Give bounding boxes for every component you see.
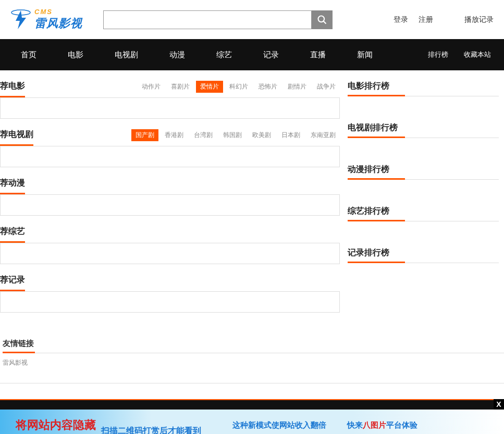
- section-tv-title: 荐电视剧: [0, 129, 33, 146]
- rank-anime: 动漫排行榜: [348, 164, 499, 180]
- tab-jp[interactable]: 日本剧: [277, 129, 304, 141]
- tab-cn[interactable]: 国产剧: [131, 129, 158, 141]
- banner-t4c: 平台体验: [386, 420, 417, 429]
- tv-tabs: 国产剧 香港剧 台湾剧 韩国剧 欧美剧 日本剧 东南亚剧: [131, 129, 340, 141]
- spacer: [0, 383, 504, 399]
- rank-movie: 电影排行榜: [348, 81, 499, 96]
- section-movie-title: 荐电影: [0, 81, 25, 97]
- rank-record: 记录排行榜: [348, 247, 499, 263]
- rank-variety: 综艺排行榜: [348, 206, 499, 221]
- tab-scifi[interactable]: 科幻片: [225, 81, 252, 93]
- main-nav: 首页 电影 电视剧 动漫 综艺 记录 直播 新闻 排行榜 收藏本站: [0, 39, 504, 70]
- tab-kr[interactable]: 韩国剧: [219, 129, 246, 141]
- nav-news[interactable]: 新闻: [341, 50, 388, 60]
- movie-tabs: 动作片 喜剧片 爱情片 科幻片 恐怖片 剧情片 战争片: [138, 81, 340, 93]
- tab-comedy[interactable]: 喜剧片: [167, 81, 194, 93]
- tab-sea[interactable]: 东南亚剧: [306, 129, 340, 141]
- section-tv: 荐电视剧 国产剧 香港剧 台湾剧 韩国剧 欧美剧 日本剧 东南亚剧: [0, 129, 340, 167]
- left-column: 荐电影 动作片 喜剧片 爱情片 科幻片 恐怖片 剧情片 战争片 荐电视剧 国产剧…: [0, 81, 340, 323]
- header: CMS 雷风影视 登录 注册 播放记录: [0, 0, 504, 39]
- rank-movie-title: 电影排行榜: [348, 81, 499, 96]
- banner-text-4: 快来八图片平台体验: [347, 420, 417, 430]
- section-anime-head: 荐动漫: [0, 178, 340, 195]
- logo[interactable]: CMS 雷风影视: [10, 8, 82, 31]
- section-movie-body: [0, 98, 340, 119]
- section-variety: 荐综艺: [0, 226, 340, 264]
- section-tv-head: 荐电视剧 国产剧 香港剧 台湾剧 韩国剧 欧美剧 日本剧 东南亚剧: [0, 129, 340, 146]
- logo-icon: [10, 9, 31, 30]
- section-variety-body: [0, 243, 340, 264]
- search-input[interactable]: [103, 10, 312, 29]
- friend-links-title: 友情链接: [3, 339, 504, 353]
- rank-tv: 电视剧排行榜: [348, 122, 499, 138]
- tab-romance[interactable]: 爱情片: [196, 81, 223, 93]
- nav-variety[interactable]: 综艺: [201, 50, 248, 60]
- tab-war[interactable]: 战争片: [313, 81, 340, 93]
- nav-bookmark[interactable]: 收藏本站: [456, 50, 499, 59]
- nav-movie[interactable]: 电影: [52, 50, 99, 60]
- search-form: [103, 10, 333, 29]
- nav-live[interactable]: 直播: [294, 50, 341, 60]
- tab-us[interactable]: 欧美剧: [248, 129, 275, 141]
- svg-point-1: [318, 16, 325, 22]
- logo-cms: CMS: [34, 8, 82, 16]
- nav-anime[interactable]: 动漫: [154, 50, 201, 60]
- main-content: 荐电影 动作片 喜剧片 爱情片 科幻片 恐怖片 剧情片 战争片 荐电视剧 国产剧…: [0, 70, 504, 333]
- section-variety-title: 荐综艺: [0, 226, 25, 243]
- rank-variety-title: 综艺排行榜: [348, 206, 499, 221]
- section-record: 荐记录: [0, 275, 340, 313]
- tab-drama[interactable]: 剧情片: [284, 81, 311, 93]
- svg-line-2: [324, 21, 326, 23]
- banner-close-button[interactable]: X: [494, 399, 504, 410]
- friend-title-wrap: 友情链接: [3, 339, 504, 353]
- play-history-link[interactable]: 播放记录: [464, 15, 494, 24]
- banner-t4a: 快来: [347, 420, 363, 429]
- rank-anime-title: 动漫排行榜: [348, 164, 499, 180]
- tab-hk[interactable]: 香港剧: [161, 129, 188, 141]
- section-record-title: 荐记录: [0, 275, 25, 291]
- tab-action[interactable]: 动作片: [138, 81, 165, 93]
- friend-links-section: 友情链接 雷风影视: [0, 333, 504, 383]
- section-tv-body: [0, 146, 340, 167]
- friend-link-item[interactable]: 雷风影视: [3, 353, 28, 367]
- search-icon: [317, 15, 327, 25]
- rank-tv-title: 电视剧排行榜: [348, 122, 499, 138]
- banner-text-1: 将网站内容隐藏: [16, 417, 96, 433]
- right-column: 电影排行榜 电视剧排行榜 动漫排行榜 综艺排行榜 记录排行榜: [348, 81, 504, 323]
- login-link[interactable]: 登录: [394, 15, 408, 24]
- section-variety-head: 荐综艺: [0, 226, 340, 243]
- tab-tw[interactable]: 台湾剧: [190, 129, 217, 141]
- rank-record-title: 记录排行榜: [348, 247, 499, 263]
- nav-record[interactable]: 记录: [248, 50, 294, 60]
- logo-text: CMS 雷风影视: [34, 8, 82, 31]
- section-anime-body: [0, 195, 340, 216]
- search-button[interactable]: [312, 10, 333, 29]
- header-links: 登录 注册 播放记录: [394, 15, 494, 24]
- banner-text-3: 这种新模式使网站收入翻倍: [232, 420, 326, 430]
- section-record-body: [0, 292, 340, 313]
- banner-t4b: 八图片: [363, 420, 386, 429]
- section-record-head: 荐记录: [0, 275, 340, 292]
- section-anime-title: 荐动漫: [0, 178, 25, 194]
- nav-tv[interactable]: 电视剧: [99, 50, 154, 60]
- tab-horror[interactable]: 恐怖片: [254, 81, 281, 93]
- footer-bar: [0, 399, 504, 410]
- nav-home[interactable]: 首页: [5, 50, 52, 60]
- section-anime: 荐动漫: [0, 178, 340, 216]
- section-movie-head: 荐电影 动作片 喜剧片 爱情片 科幻片 恐怖片 剧情片 战争片: [0, 81, 340, 98]
- logo-main: 雷风影视: [34, 16, 82, 31]
- register-link[interactable]: 注册: [419, 15, 433, 24]
- banner-text-2: 扫描二维码打赏后才能看到: [101, 426, 201, 434]
- nav-ranking[interactable]: 排行榜: [420, 50, 456, 59]
- section-movie: 荐电影 动作片 喜剧片 爱情片 科幻片 恐怖片 剧情片 战争片: [0, 81, 340, 119]
- bottom-banner[interactable]: X 将网站内容隐藏 扫描二维码打赏后才能看到 这种新模式使网站收入翻倍 快来八图…: [0, 410, 504, 434]
